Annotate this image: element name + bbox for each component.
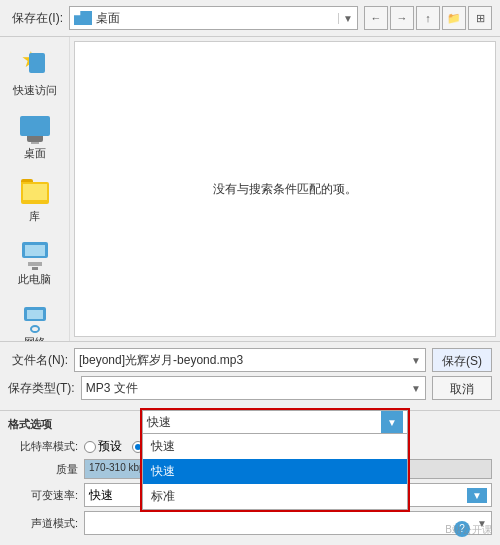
filetype-dropdown-arrow[interactable]: ▼ [411, 383, 421, 394]
save-location-input[interactable]: 桌面 ▼ [69, 6, 358, 30]
top-bar: 保存在(I): 桌面 ▼ ← → ↑ 📁 ⊞ [0, 0, 500, 37]
radio-preset[interactable]: 预设 [84, 438, 122, 455]
forward-button[interactable]: → [390, 6, 414, 30]
filetype-input[interactable]: MP3 文件 ▼ [81, 376, 426, 400]
dropdown-control[interactable]: 快速 ▼ [142, 410, 408, 434]
save-button[interactable]: 保存(S) [432, 348, 492, 372]
sidebar-item-network[interactable]: 网络 [5, 301, 65, 341]
bottom-bar: 文件名(N): [beyond]光辉岁月-beyond.mp3 ▼ 保存(S) … [0, 341, 500, 410]
sidebar-item-this-pc[interactable]: 此电脑 [5, 238, 65, 291]
filename-dropdown-arrow[interactable]: ▼ [411, 355, 421, 366]
dropdown-list: 快速 快速 标准 [142, 434, 408, 510]
sidebar-label-desktop: 桌面 [24, 146, 46, 161]
folder-icon [74, 11, 92, 25]
radio-circle-preset [84, 441, 96, 453]
save-location-label: 保存在(I): [8, 10, 63, 27]
cancel-button[interactable]: 取消 [432, 376, 492, 400]
filename-row: 文件名(N): [beyond]光辉岁月-beyond.mp3 ▼ 保存(S) [8, 348, 492, 372]
up-button[interactable]: ↑ [416, 6, 440, 30]
sidebar: ★ 快速访问 桌面 库 [0, 37, 70, 341]
back-button[interactable]: ← [364, 6, 388, 30]
save-location-value: 桌面 [96, 10, 338, 27]
channel-label: 声道模式: [8, 516, 78, 531]
filename-value: [beyond]光辉岁月-beyond.mp3 [79, 352, 243, 369]
dropdown-item-2[interactable]: 标准 [143, 484, 407, 509]
new-folder-button[interactable]: 📁 [442, 6, 466, 30]
sidebar-item-quick-access[interactable]: ★ 快速访问 [5, 45, 65, 102]
view-button[interactable]: ⊞ [468, 6, 492, 30]
toolbar-actions: ← → ↑ 📁 ⊞ [364, 6, 492, 30]
dropdown-arrow-button[interactable]: ▼ [381, 411, 403, 433]
quality-label: 质量 [8, 462, 78, 477]
sidebar-item-library[interactable]: 库 [5, 175, 65, 228]
file-area: 没有与搜索条件匹配的项。 [74, 41, 496, 337]
variable-speed-label: 可变速率: [8, 488, 78, 503]
bitrate-label: 比特率模式: [8, 439, 78, 454]
sidebar-label-quick-access: 快速访问 [13, 83, 57, 98]
watermark: B站公开课 [445, 523, 492, 537]
filename-label: 文件名(N): [8, 352, 68, 369]
variable-speed-value: 快速 [89, 487, 113, 504]
filename-input[interactable]: [beyond]光辉岁月-beyond.mp3 ▼ [74, 348, 426, 372]
no-results-text: 没有与搜索条件匹配的项。 [213, 181, 357, 198]
dropdown-item-0[interactable]: 快速 [143, 434, 407, 459]
filetype-row: 保存类型(T): MP3 文件 ▼ 取消 [8, 376, 492, 400]
channel-row: 声道模式: ▼ [8, 511, 492, 535]
filetype-value: MP3 文件 [86, 380, 138, 397]
radio-label-preset: 预设 [98, 438, 122, 455]
channel-input[interactable]: ▼ [84, 511, 492, 535]
sidebar-item-desktop[interactable]: 桌面 [5, 112, 65, 165]
dropdown-selected-text: 快速 [147, 414, 171, 431]
main-area: ★ 快速访问 桌面 库 [0, 37, 500, 341]
dropdown-item-1[interactable]: 快速 [143, 459, 407, 484]
sidebar-label-this-pc: 此电脑 [18, 272, 51, 287]
filetype-label: 保存类型(T): [8, 380, 75, 397]
variable-speed-dropdown-overlay: 快速 ▼ 快速 快速 标准 [140, 408, 410, 512]
location-dropdown-arrow[interactable]: ▼ [338, 13, 353, 24]
sidebar-label-library: 库 [29, 209, 40, 224]
variable-speed-dropdown-arrow[interactable]: ▼ [467, 488, 487, 503]
